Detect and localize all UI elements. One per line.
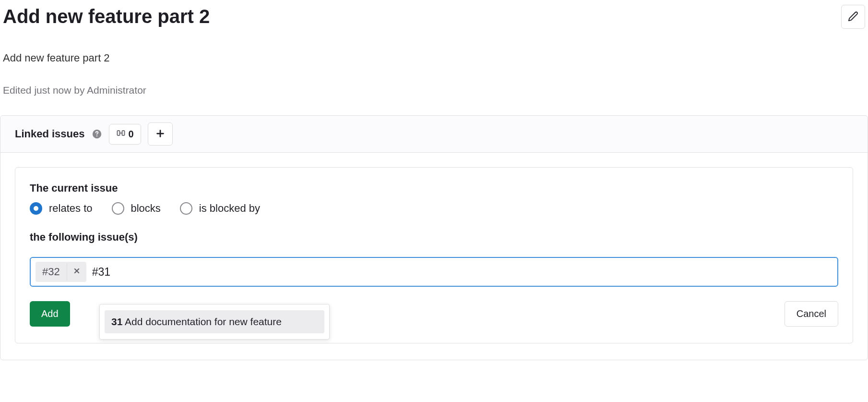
radio-blocks[interactable]: blocks (112, 202, 161, 215)
remove-token-button[interactable] (67, 263, 86, 280)
link-icon (116, 128, 126, 140)
add-linked-issue-button[interactable] (148, 122, 173, 146)
autocomplete-issue-title: Add documentation for new feature (125, 316, 282, 327)
form-label-following-issues: the following issue(s) (30, 231, 838, 244)
link-issue-form: The current issue relates to blocks is b… (15, 167, 853, 343)
close-icon (73, 267, 81, 277)
radio-checked-icon (30, 202, 42, 215)
radio-unchecked-icon (180, 202, 192, 215)
edit-button[interactable] (841, 5, 865, 29)
add-button[interactable]: Add (30, 301, 70, 327)
radio-relates-to[interactable]: relates to (30, 202, 93, 215)
linked-issues-header: Linked issues 0 (0, 116, 868, 153)
svg-point-1 (96, 135, 97, 136)
linked-issues-title: Linked issues (15, 128, 85, 140)
issue-description: Add new feature part 2 (0, 52, 868, 64)
help-icon[interactable] (92, 129, 102, 139)
issue-search-input[interactable] (91, 264, 832, 280)
page-title: Add new feature part 2 (3, 5, 210, 28)
radio-unchecked-icon (112, 202, 124, 215)
autocomplete-option[interactable]: 31 Add documentation for new feature (105, 310, 324, 333)
radio-is-blocked-by-label: is blocked by (199, 202, 260, 215)
autocomplete-issue-number: 31 (111, 316, 122, 327)
issue-token-input[interactable]: #32 (30, 257, 838, 287)
linked-count: 0 (129, 129, 134, 140)
radio-relates-to-label: relates to (49, 202, 93, 215)
edited-info: Edited just now by Administrator (0, 85, 868, 96)
radio-is-blocked-by[interactable]: is blocked by (180, 202, 260, 215)
pencil-icon (848, 11, 858, 23)
cancel-button[interactable]: Cancel (785, 301, 838, 327)
issue-autocomplete-dropdown: 31 Add documentation for new feature (99, 304, 330, 340)
issue-token: #32 (36, 262, 86, 282)
radio-blocks-label: blocks (131, 202, 161, 215)
form-label-current-issue: The current issue (30, 182, 838, 195)
relation-radio-group: relates to blocks is blocked by (30, 202, 838, 215)
plus-icon (155, 128, 166, 140)
issue-token-text: #32 (36, 262, 67, 282)
linked-issues-panel: Linked issues 0 (0, 115, 868, 360)
linked-count-badge[interactable]: 0 (109, 124, 141, 145)
